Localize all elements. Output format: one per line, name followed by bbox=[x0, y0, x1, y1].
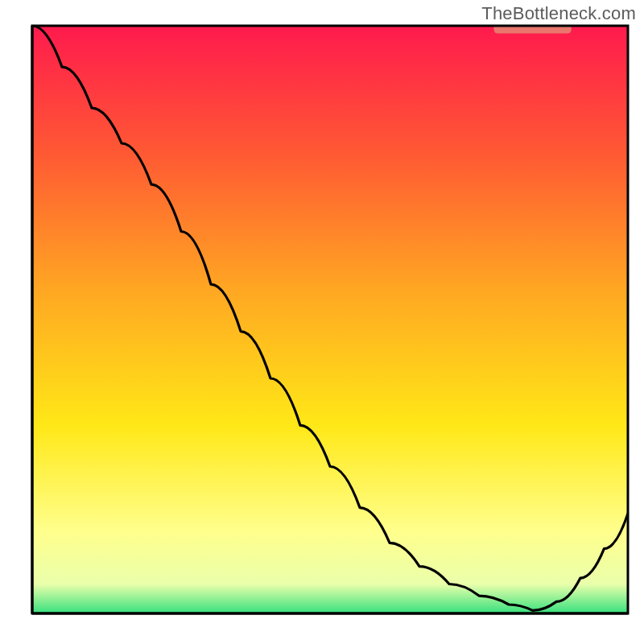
chart-svg bbox=[0, 0, 644, 644]
plot-background bbox=[32, 26, 628, 613]
chart-container: TheBottleneck.com bbox=[0, 0, 644, 644]
